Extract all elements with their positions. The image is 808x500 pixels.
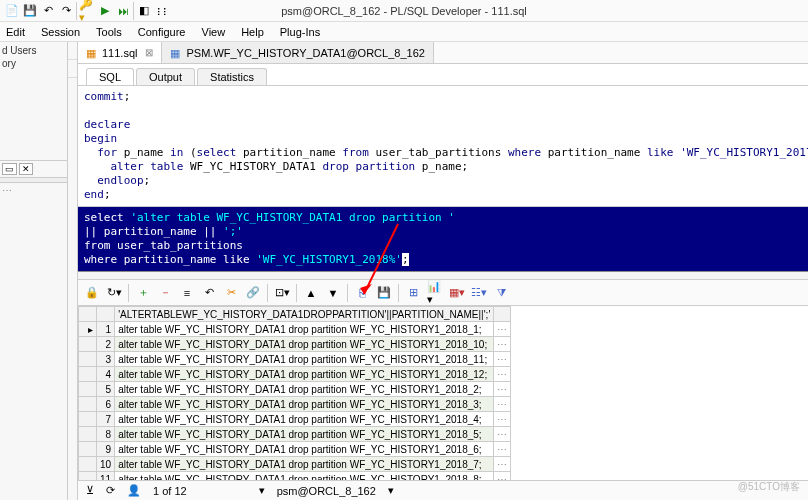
row-marker: [79, 397, 97, 412]
bookmark-icon[interactable]: ✂: [223, 285, 239, 301]
sql-editor-selected[interactable]: select 'alter table WF_YC_HISTORY_DATA1 …: [78, 207, 808, 272]
add-row-icon[interactable]: ＋: [135, 285, 151, 301]
save-results-icon[interactable]: 💾: [376, 285, 392, 301]
sliders-icon[interactable]: ⫶⫶: [154, 3, 170, 19]
table-row[interactable]: 6 alter table WF_YC_HISTORY_DATA1 drop p…: [79, 397, 511, 412]
run-icon[interactable]: ▶: [97, 3, 113, 19]
new-icon[interactable]: 📄: [4, 3, 20, 19]
close-icon[interactable]: ⊠: [145, 47, 153, 58]
post-icon[interactable]: ↶: [201, 285, 217, 301]
column-header[interactable]: 'ALTERTABLEWF_YC_HISTORY_DATA1DROPPARTIT…: [115, 307, 494, 322]
elipsis-header: [494, 307, 511, 322]
cell-value[interactable]: alter table WF_YC_HISTORY_DATA1 drop par…: [115, 337, 494, 352]
panel-close-icon[interactable]: ✕: [19, 163, 33, 175]
elipsis-cell[interactable]: ⋯: [494, 427, 511, 442]
menu-plugins[interactable]: Plug-Ins: [280, 26, 320, 38]
query-icon[interactable]: ⊡▾: [274, 285, 290, 301]
splitter-vertical[interactable]: [78, 272, 808, 280]
table-row[interactable]: 5 alter table WF_YC_HISTORY_DATA1 drop p…: [79, 382, 511, 397]
mid-item[interactable]: [68, 42, 77, 60]
cell-value[interactable]: alter table WF_YC_HISTORY_DATA1 drop par…: [115, 322, 494, 337]
cell-value[interactable]: alter table WF_YC_HISTORY_DATA1 drop par…: [115, 382, 494, 397]
table-row[interactable]: 9 alter table WF_YC_HISTORY_DATA1 drop p…: [79, 442, 511, 457]
main-toolbar: 📄 💾 ↶ ↷ 🔑▾ ▶ ⏭ ◧ ⫶⫶ psm@ORCL_8_162 - PL/…: [0, 0, 808, 22]
file-tab-label: 111.sql: [102, 47, 137, 59]
user-row-icon[interactable]: 👤: [127, 484, 141, 497]
mid-item[interactable]: [68, 60, 77, 78]
table-row[interactable]: ▸ 1 alter table WF_YC_HISTORY_DATA1 drop…: [79, 322, 511, 337]
cell-value[interactable]: alter table WF_YC_HISTORY_DATA1 drop par…: [115, 412, 494, 427]
export-icon[interactable]: ⎘: [354, 285, 370, 301]
table-row[interactable]: 10 alter table WF_YC_HISTORY_DATA1 drop …: [79, 457, 511, 472]
duplicate-icon[interactable]: ≡: [179, 285, 195, 301]
elipsis-cell[interactable]: ⋯: [494, 352, 511, 367]
menu-edit[interactable]: Edit: [6, 26, 25, 38]
sort-asc-icon[interactable]: ▲: [303, 285, 319, 301]
tree-node-history[interactable]: ory: [2, 57, 65, 70]
row-marker: [79, 367, 97, 382]
dropdown-icon[interactable]: ▾: [388, 484, 394, 497]
undo-icon[interactable]: ↶: [40, 3, 56, 19]
step-icon[interactable]: ⏭: [115, 3, 131, 19]
filter-icon[interactable]: ⧩: [493, 285, 509, 301]
dropdown-icon[interactable]: ▾: [259, 484, 265, 497]
cell-value[interactable]: alter table WF_YC_HISTORY_DATA1 drop par…: [115, 397, 494, 412]
fetch-icon[interactable]: ↻▾: [106, 285, 122, 301]
first-page-icon[interactable]: ⊻: [86, 484, 94, 497]
menu-view[interactable]: View: [202, 26, 226, 38]
debug-icon[interactable]: ◧: [136, 3, 152, 19]
elipsis-cell[interactable]: ⋯: [494, 337, 511, 352]
elipsis-cell[interactable]: ⋯: [494, 442, 511, 457]
row-number: 11: [97, 472, 115, 481]
cell-value[interactable]: alter table WF_YC_HISTORY_DATA1 drop par…: [115, 427, 494, 442]
sql-editor[interactable]: commit; declare begin for p_name in (sel…: [78, 86, 808, 207]
sql-tab-bar: SQL Output Statistics: [78, 64, 808, 86]
table-row[interactable]: 3 alter table WF_YC_HISTORY_DATA1 drop p…: [79, 352, 511, 367]
file-tab-history[interactable]: ▦ PSM.WF_YC_HISTORY_DATA1@ORCL_8_162: [162, 42, 433, 63]
cell-value[interactable]: alter table WF_YC_HISTORY_DATA1 drop par…: [115, 457, 494, 472]
sort-desc-icon[interactable]: ▼: [325, 285, 341, 301]
link-icon[interactable]: 🔗: [245, 285, 261, 301]
delete-row-icon[interactable]: －: [157, 285, 173, 301]
grid-icon[interactable]: ⊞: [405, 285, 421, 301]
chart-icon[interactable]: 📊▾: [427, 285, 443, 301]
form-icon[interactable]: ☷▾: [471, 285, 487, 301]
cell-value[interactable]: alter table WF_YC_HISTORY_DATA1 drop par…: [115, 442, 494, 457]
cell-value[interactable]: alter table WF_YC_HISTORY_DATA1 drop par…: [115, 367, 494, 382]
panel-minimize-icon[interactable]: ▭: [2, 163, 17, 175]
rownum-header: [97, 307, 115, 322]
tree-node-users[interactable]: d Users: [2, 44, 65, 57]
file-tab-111sql[interactable]: ▦ 111.sql ⊠: [78, 42, 162, 63]
menu-session[interactable]: Session: [41, 26, 80, 38]
menu-help[interactable]: Help: [241, 26, 264, 38]
elipsis-cell[interactable]: ⋯: [494, 397, 511, 412]
elipsis-cell[interactable]: ⋯: [494, 367, 511, 382]
elipsis-cell[interactable]: ⋯: [494, 412, 511, 427]
tab-output[interactable]: Output: [136, 68, 195, 85]
elipsis-cell[interactable]: ⋯: [494, 472, 511, 481]
table-row[interactable]: 11 alter table WF_YC_HISTORY_DATA1 drop …: [79, 472, 511, 481]
cell-value[interactable]: alter table WF_YC_HISTORY_DATA1 drop par…: [115, 352, 494, 367]
cell-value[interactable]: alter table WF_YC_HISTORY_DATA1 drop par…: [115, 472, 494, 481]
connection-label: psm@ORCL_8_162: [277, 485, 376, 497]
menu-configure[interactable]: Configure: [138, 26, 186, 38]
elipsis-cell[interactable]: ⋯: [494, 322, 511, 337]
tab-statistics[interactable]: Statistics: [197, 68, 267, 85]
refresh-icon[interactable]: ⟳: [106, 484, 115, 497]
table-row[interactable]: 8 alter table WF_YC_HISTORY_DATA1 drop p…: [79, 427, 511, 442]
tab-sql[interactable]: SQL: [86, 68, 134, 85]
row-marker: [79, 337, 97, 352]
table-row[interactable]: 7 alter table WF_YC_HISTORY_DATA1 drop p…: [79, 412, 511, 427]
elipsis-cell[interactable]: ⋯: [494, 457, 511, 472]
table-row[interactable]: 2 alter table WF_YC_HISTORY_DATA1 drop p…: [79, 337, 511, 352]
results-grid[interactable]: 'ALTERTABLEWF_YC_HISTORY_DATA1DROPPARTIT…: [78, 306, 808, 480]
table-row[interactable]: 4 alter table WF_YC_HISTORY_DATA1 drop p…: [79, 367, 511, 382]
key-icon[interactable]: 🔑▾: [79, 3, 95, 19]
elipsis-cell[interactable]: ⋯: [494, 382, 511, 397]
redo-icon[interactable]: ↷: [58, 3, 74, 19]
separator: [347, 284, 348, 302]
single-icon[interactable]: ▦▾: [449, 285, 465, 301]
lock-icon[interactable]: 🔒: [84, 285, 100, 301]
save-icon[interactable]: 💾: [22, 3, 38, 19]
menu-tools[interactable]: Tools: [96, 26, 122, 38]
